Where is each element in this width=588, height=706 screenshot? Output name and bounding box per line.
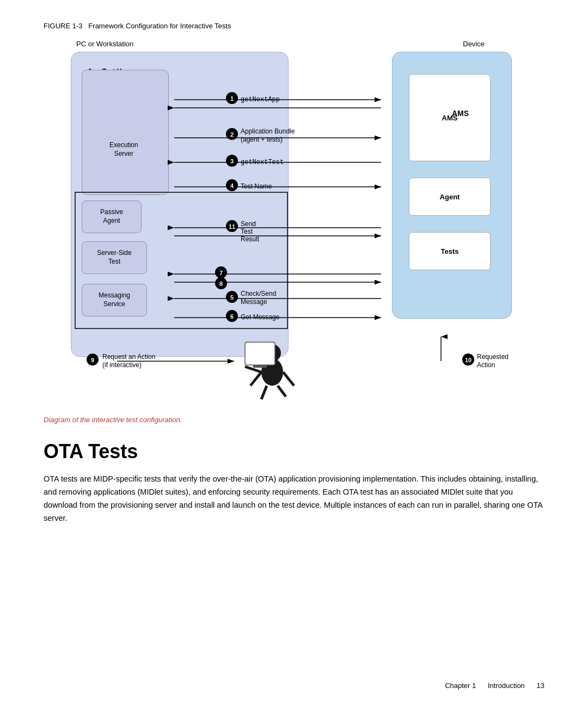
server-side-label: Server-SideTest xyxy=(97,249,131,266)
svg-line-61 xyxy=(283,372,294,386)
exec-server-label: ExecutionServer xyxy=(109,141,138,158)
footer-page: 13 xyxy=(537,681,544,690)
diagram: PC or Workstation Device JavaTest Harnes… xyxy=(60,40,528,410)
messaging-box: MessagingService xyxy=(82,284,147,317)
svg-line-59 xyxy=(245,367,261,372)
svg-rect-58 xyxy=(253,365,267,368)
server-side-box: Server-SideTest xyxy=(82,241,147,274)
section-body: OTA tests are MIDP-specific tests that v… xyxy=(44,473,544,525)
footer-section: Introduction xyxy=(488,681,525,690)
diagram-caption: Diagram of the interactive test configur… xyxy=(44,416,544,424)
svg-text:9: 9 xyxy=(91,357,94,363)
tests-label: Tests xyxy=(441,247,459,255)
tests-box: Tests xyxy=(409,232,491,270)
passive-agent-label: PassiveAgent xyxy=(100,208,123,225)
agent-label: Agent xyxy=(440,193,460,201)
agent-box: Agent xyxy=(409,178,491,216)
figure-caption: FIGURE 1-3 Framework Configuration for I… xyxy=(44,22,544,30)
svg-text:(if interactive): (if interactive) xyxy=(102,361,142,369)
label-device: Device xyxy=(463,40,485,48)
label-pc: PC or Workstation xyxy=(76,40,133,48)
svg-text:10: 10 xyxy=(465,357,471,363)
ams-label: AMS xyxy=(442,114,458,122)
svg-text:Requested: Requested xyxy=(477,353,509,361)
device-box: AMS Agent Tests xyxy=(392,52,512,319)
svg-text:Action: Action xyxy=(477,361,495,369)
footer-chapter: Chapter 1 xyxy=(445,681,476,690)
svg-point-51 xyxy=(462,354,474,366)
passive-agent-box: PassiveAgent xyxy=(82,200,142,233)
exec-server-box: ExecutionServer xyxy=(82,70,169,195)
ams-box: AMS xyxy=(409,74,491,161)
section-title: OTA Tests xyxy=(44,440,544,463)
figure-number: FIGURE 1-3 xyxy=(44,22,83,30)
svg-line-63 xyxy=(278,386,286,397)
figure-title: Framework Configuration for Interactive … xyxy=(88,22,231,30)
page-footer: Chapter 1 Introduction 13 xyxy=(445,681,544,690)
svg-point-56 xyxy=(261,358,283,386)
svg-line-60 xyxy=(250,372,261,386)
svg-line-62 xyxy=(261,386,267,399)
messaging-label: MessagingService xyxy=(99,291,130,308)
